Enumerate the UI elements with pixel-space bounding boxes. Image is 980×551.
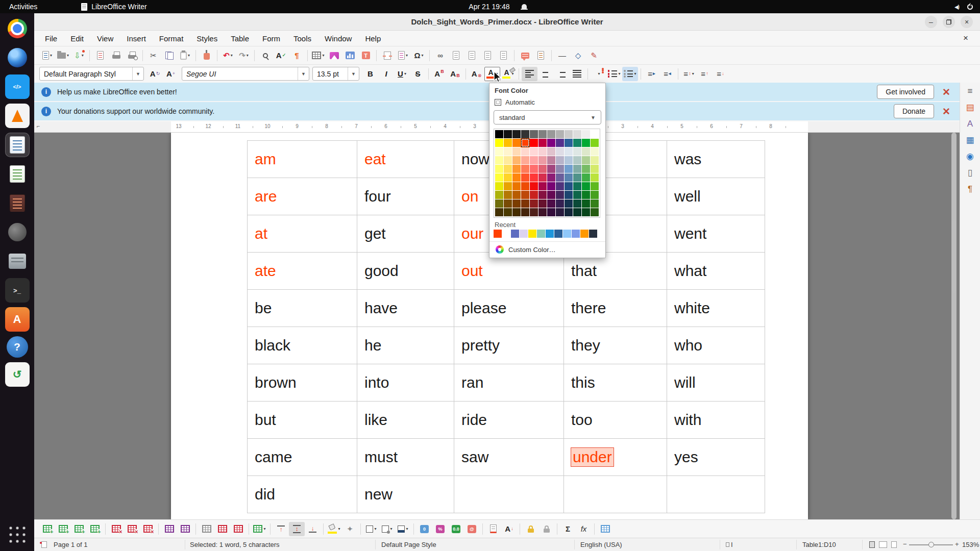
color-swatch[interactable] xyxy=(530,139,538,147)
align-top-button[interactable]: ↑ xyxy=(273,522,289,536)
color-swatch[interactable] xyxy=(495,208,503,216)
color-swatch[interactable] xyxy=(504,173,512,182)
scrollbar-thumb[interactable] xyxy=(952,219,956,293)
show-applications-button[interactable] xyxy=(7,524,28,545)
increase-indent-button[interactable]: ≡▸ xyxy=(644,67,659,81)
color-swatch[interactable] xyxy=(591,191,599,199)
activities-button[interactable]: Activities xyxy=(0,3,46,11)
menu-edit[interactable]: Edit xyxy=(64,33,90,44)
color-swatch[interactable] xyxy=(565,191,573,199)
update-style-button[interactable]: A↻ xyxy=(147,67,163,81)
select-cell-button[interactable] xyxy=(161,522,177,536)
navigator-icon[interactable]: ◉ xyxy=(966,152,974,161)
border-style-dropdown-arrow[interactable]: ▾ xyxy=(390,527,392,531)
line-spacing-button[interactable]: ≡↕▾ xyxy=(681,67,697,81)
color-swatch[interactable] xyxy=(495,199,503,208)
borders-button[interactable]: ▾ xyxy=(363,522,379,536)
recent-color-swatch[interactable] xyxy=(580,230,589,238)
color-swatch[interactable] xyxy=(521,139,529,147)
show-draw-functions-button[interactable]: ✎ xyxy=(586,48,602,63)
save-button[interactable]: ⇩▾ xyxy=(71,48,87,63)
table-cell[interactable]: was xyxy=(667,141,765,178)
unmerge-cells-button[interactable] xyxy=(230,522,246,536)
recent-color-swatch[interactable] xyxy=(511,230,519,238)
italic-button[interactable]: I xyxy=(378,67,394,81)
table-cell[interactable]: black xyxy=(248,327,357,364)
dock-gimp[interactable] xyxy=(5,220,30,244)
donate-button[interactable]: Donate xyxy=(894,104,934,118)
unordered-list-button[interactable]: ▾ xyxy=(591,67,606,81)
color-swatch[interactable] xyxy=(547,147,555,156)
number-format-currency-button[interactable]: 0 xyxy=(416,522,432,536)
split-cells-button[interactable] xyxy=(214,522,230,536)
color-swatch[interactable] xyxy=(582,191,590,199)
paste-button[interactable]: ▾ xyxy=(177,48,193,63)
color-swatch[interactable] xyxy=(547,139,555,147)
insert-special-character-button[interactable]: Ω▾ xyxy=(411,48,427,63)
delete-table-button[interactable]: × xyxy=(140,522,156,536)
color-swatch[interactable] xyxy=(565,130,573,138)
color-swatch[interactable] xyxy=(504,139,512,147)
optimize-size-button[interactable]: ▾ xyxy=(252,522,267,536)
no-list-dropdown-arrow[interactable]: ▾ xyxy=(634,71,636,76)
underline-button[interactable]: U▾ xyxy=(394,67,410,81)
insert-mode-icon[interactable]: I xyxy=(726,541,733,548)
protect-cells-button[interactable] xyxy=(523,522,538,536)
recent-color-swatch[interactable] xyxy=(537,230,545,238)
color-swatch[interactable] xyxy=(556,156,564,164)
insert-image-button[interactable] xyxy=(326,48,342,63)
open-file-dropdown-arrow[interactable]: ▾ xyxy=(67,53,69,58)
insert-text-box-button[interactable]: T xyxy=(358,48,374,63)
ordered-list-dropdown-arrow[interactable]: ▾ xyxy=(618,71,620,76)
zoom-slider-handle[interactable] xyxy=(928,542,934,547)
table-cell[interactable]: good xyxy=(357,253,454,290)
color-swatch[interactable] xyxy=(495,173,503,182)
custom-color-item[interactable]: Custom Color… xyxy=(489,241,605,256)
color-swatch[interactable] xyxy=(556,182,564,190)
color-swatch[interactable] xyxy=(565,199,573,208)
table-cell[interactable]: will xyxy=(667,364,765,402)
color-swatch[interactable] xyxy=(512,182,521,190)
color-swatch[interactable] xyxy=(573,147,581,156)
table-properties-button[interactable] xyxy=(597,522,613,536)
color-swatch[interactable] xyxy=(591,156,599,164)
color-swatch[interactable] xyxy=(573,173,581,182)
table-cell[interactable]: at xyxy=(248,215,357,253)
color-swatch[interactable] xyxy=(530,130,538,138)
insert-footnote-button[interactable] xyxy=(448,48,464,63)
palette-select[interactable]: standard ▼ xyxy=(494,110,601,124)
table-cell-indicator[interactable]: Table1:D10 xyxy=(802,541,836,548)
spelling-button[interactable]: A✓ xyxy=(273,48,289,63)
color-swatch[interactable] xyxy=(573,199,581,208)
color-swatch[interactable] xyxy=(538,182,547,190)
color-swatch[interactable] xyxy=(521,191,529,199)
borders-dropdown-arrow[interactable]: ▾ xyxy=(374,527,376,531)
color-swatch[interactable] xyxy=(521,182,529,190)
multi-page-view-icon[interactable] xyxy=(879,541,887,548)
color-swatch[interactable] xyxy=(547,182,555,190)
styles-icon[interactable]: A xyxy=(967,119,973,128)
delete-column-button[interactable]: × xyxy=(124,522,140,536)
color-swatch[interactable] xyxy=(573,130,581,138)
dock-impress[interactable] xyxy=(5,191,30,215)
align-center-button[interactable] xyxy=(537,67,553,81)
automatic-color-item[interactable]: Automatic xyxy=(489,96,605,109)
table-background-color-button[interactable]: ▾ xyxy=(326,522,342,536)
align-bottom-button[interactable]: ↓ xyxy=(305,522,321,536)
underline-dropdown-arrow[interactable]: ▾ xyxy=(404,71,406,76)
color-swatch[interactable] xyxy=(521,156,529,164)
undo-dropdown-arrow[interactable]: ▾ xyxy=(231,53,233,58)
redo-button[interactable]: ↷▾ xyxy=(236,48,252,63)
insert-special-character-dropdown-arrow[interactable]: ▾ xyxy=(422,53,424,58)
color-swatch[interactable] xyxy=(504,182,512,190)
center-vertically-button[interactable]: ↕ xyxy=(289,522,305,536)
color-swatch[interactable] xyxy=(565,208,573,216)
color-swatch[interactable] xyxy=(582,130,590,138)
color-swatch[interactable] xyxy=(547,208,555,216)
highlight-color-button[interactable]: A▾ xyxy=(500,67,516,81)
color-swatch[interactable] xyxy=(495,156,503,164)
table-cell[interactable]: get xyxy=(357,215,454,253)
vertical-scrollbar[interactable] xyxy=(951,133,957,519)
color-swatch[interactable] xyxy=(538,139,547,147)
color-swatch[interactable] xyxy=(573,139,581,147)
